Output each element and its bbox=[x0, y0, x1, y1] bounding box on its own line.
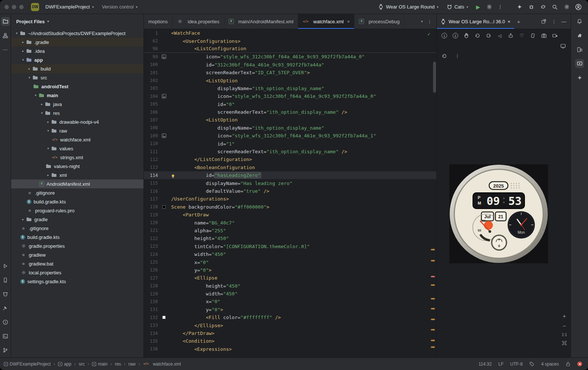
tree-item-build-gradle-kts[interactable]: Gbuild.gradle.kts bbox=[11, 197, 143, 206]
tree-item-androidmanifest-xml[interactable]: MAndroidManifest.xml bbox=[11, 179, 143, 188]
zoom-level[interactable]: 1:1 bbox=[562, 333, 567, 337]
sync-project-icon[interactable] bbox=[538, 2, 548, 12]
code-line-131[interactable]: 131 y="0"> bbox=[144, 306, 436, 314]
tree-item-watchface-xml[interactable]: </>watchface.xml bbox=[11, 135, 143, 144]
tree-item-gradlew-bat[interactable]: ≡gradlew.bat bbox=[11, 259, 143, 268]
version-control-menu[interactable]: Version control ▾ bbox=[98, 3, 141, 11]
editor-tab-main-androidmanifest-xml[interactable]: Mmain/AndroidManifest.xml bbox=[224, 14, 298, 29]
code-line-125[interactable]: 125 x="0" bbox=[144, 258, 436, 266]
indent-setting[interactable]: 4 spaces bbox=[541, 362, 559, 367]
hide-panel-icon[interactable]: — bbox=[561, 19, 566, 24]
minimize-window-button[interactable] bbox=[12, 5, 16, 9]
restart-device-icon[interactable] bbox=[440, 52, 449, 60]
tree-item-gradle-properties[interactable]: gradle.properties bbox=[11, 241, 143, 250]
quickfix-bulb-icon[interactable] bbox=[171, 174, 175, 179]
code-line-123[interactable]: 123 tintColor="[CONFIGURATION.themeColor… bbox=[144, 243, 436, 250]
chevron-right-icon[interactable]: ▸ bbox=[20, 217, 26, 221]
color-preview-black[interactable] bbox=[162, 205, 166, 209]
device-menu-icon[interactable]: ⋮ bbox=[453, 52, 462, 60]
stripe-change-mark[interactable] bbox=[431, 284, 435, 286]
code-line-134[interactable]: 134 </PartDraw> bbox=[144, 329, 436, 337]
button-1-icon[interactable]: 1 bbox=[440, 31, 449, 40]
project-menu[interactable]: DWFExampleProject ▾ bbox=[42, 3, 97, 11]
code-line-124[interactable]: 124 width="450" bbox=[144, 250, 436, 258]
device-tab[interactable]: Wear OS Large Ro...l 36.0 × bbox=[437, 14, 514, 29]
tree-item-main[interactable]: ▾main bbox=[11, 91, 143, 100]
readonly-lock-icon[interactable] bbox=[565, 362, 571, 367]
tree-item-gradle[interactable]: ▸.gradle bbox=[11, 38, 143, 47]
stripe-change-mark[interactable] bbox=[431, 260, 435, 261]
close-device-tab-icon[interactable]: × bbox=[508, 19, 511, 24]
add-device-tab-button[interactable]: + bbox=[514, 14, 523, 29]
chevron-right-icon[interactable]: ▸ bbox=[20, 40, 26, 44]
breadcrumb-item-src[interactable]: src bbox=[79, 362, 84, 367]
breadcrumb-item-app[interactable]: app bbox=[58, 362, 71, 367]
stripe-change-mark[interactable] bbox=[431, 329, 435, 330]
breadcrumb-item-watchface-xml[interactable]: </>watchface.xml bbox=[143, 361, 181, 367]
device-explorer-tool-icon[interactable] bbox=[1, 275, 10, 284]
tree-item-xml[interactable]: ▸xml bbox=[11, 171, 143, 179]
code-line-118[interactable]: 118Scene backgroundColor="#ff000000"> bbox=[144, 203, 436, 211]
code-line-129[interactable]: 129 width="450" bbox=[144, 290, 436, 298]
code-line-103[interactable]: 103 displayName="ith_option_display_name… bbox=[144, 85, 436, 92]
tree-item-androidstudioprojects-dwfexampleproject[interactable]: ▾~/AndroidStudioProjects/DWFExampleProje… bbox=[11, 29, 143, 38]
color-preview-white[interactable] bbox=[162, 316, 166, 319]
code-line-128[interactable]: 128 height="450" bbox=[144, 282, 436, 290]
rotate-cw-icon[interactable] bbox=[484, 31, 493, 40]
breadcrumb-item-res[interactable]: res bbox=[115, 362, 121, 367]
screenshot-icon[interactable] bbox=[539, 31, 549, 40]
code-line-1[interactable]: 1<WatchFace bbox=[144, 29, 436, 37]
profiler-icon[interactable] bbox=[526, 2, 536, 12]
run-button[interactable]: ▶ bbox=[473, 2, 483, 12]
heart-rate-icon[interactable]: ♡ bbox=[517, 31, 526, 40]
project-panel-header[interactable]: Project Files ▾ bbox=[11, 14, 143, 29]
screen-record-icon[interactable] bbox=[550, 31, 560, 40]
editor-tab-idea-properties[interactable]: idea.properties bbox=[173, 14, 224, 29]
code-line-122[interactable]: 122 height="450" bbox=[144, 234, 436, 242]
editor-tab-watchface-xml[interactable]: </>watchface.xml× bbox=[298, 14, 354, 29]
tree-item-raw[interactable]: ▾raw bbox=[11, 126, 143, 135]
code-line-117[interactable]: 117/UserConfigurations> bbox=[144, 195, 436, 203]
palm-icon[interactable] bbox=[462, 31, 471, 40]
tree-item-app[interactable]: ▾app bbox=[11, 55, 143, 64]
stripe-change-mark[interactable] bbox=[431, 340, 435, 341]
settings-icon[interactable] bbox=[561, 2, 572, 12]
zoom-in-button[interactable]: + bbox=[563, 313, 566, 319]
device-manager-icon[interactable] bbox=[575, 45, 584, 54]
code-line-108[interactable]: 108 displayName="ith_option_display_name… bbox=[144, 124, 436, 132]
stripe-change-mark[interactable] bbox=[431, 308, 435, 309]
code-line-110[interactable]: 110 id="1" bbox=[144, 140, 436, 147]
code-line-100[interactable]: 100 id="312c30bf_f64a_461e_9c93_992f2fb7… bbox=[144, 61, 436, 69]
error-notification-icon[interactable] bbox=[577, 362, 582, 366]
code-line-99[interactable]: 99 icon="style_wfs_312c30bf_f64a_461e_9c… bbox=[144, 53, 436, 61]
code-line-101[interactable]: 101 screenReaderText="ID_CAT_STEP_OVER"> bbox=[144, 69, 436, 76]
tree-item-build-gradle-kts[interactable]: Gbuild.gradle.kts bbox=[11, 233, 143, 241]
code-line-127[interactable]: 127 <Ellipse bbox=[144, 274, 436, 282]
code-line-96[interactable]: 96 <ListConfiguration bbox=[144, 45, 436, 53]
chevron-right-icon[interactable]: ▸ bbox=[45, 120, 51, 124]
tree-item-values[interactable]: ▾values bbox=[11, 144, 143, 153]
rotate-ccw-icon[interactable] bbox=[473, 31, 482, 40]
tree-item-androidtest[interactable]: androidTest bbox=[11, 82, 143, 91]
gemini-icon[interactable] bbox=[575, 73, 584, 82]
button-2-icon[interactable]: 2 bbox=[451, 31, 460, 40]
tree-item-java[interactable]: ▸java bbox=[11, 100, 143, 109]
project-tool-icon[interactable] bbox=[1, 17, 10, 26]
chevron-right-icon[interactable]: ▸ bbox=[45, 173, 51, 177]
code-line-113[interactable]: 113 <BooleanConfiguration bbox=[144, 164, 436, 171]
code-line-119[interactable]: 119 <PartDraw bbox=[144, 211, 436, 219]
close-tab-icon[interactable]: × bbox=[347, 19, 350, 24]
code-line-130[interactable]: 130 x="0" bbox=[144, 298, 436, 305]
chevron-down-icon[interactable]: ▾ bbox=[14, 31, 20, 35]
chevron-down-icon[interactable]: ▾ bbox=[20, 58, 26, 62]
code-line-107[interactable]: 107 <ListOption bbox=[144, 116, 436, 124]
running-devices-icon[interactable] bbox=[575, 59, 584, 68]
chevron-right-icon[interactable]: ▸ bbox=[39, 102, 45, 106]
run-configuration-selector[interactable]: Cats ▾ bbox=[443, 3, 471, 11]
tree-item-gradle[interactable]: ▸gradle bbox=[11, 215, 143, 224]
zoom-out-button[interactable]: − bbox=[563, 323, 566, 329]
tree-item-gitignore[interactable]: ⊘.gitignore bbox=[11, 188, 143, 197]
breadcrumb-item-dwfexampleproject[interactable]: DWFExampleProject bbox=[4, 362, 51, 367]
stripe-change-mark[interactable] bbox=[431, 346, 435, 348]
structure-tool-icon[interactable] bbox=[1, 31, 10, 40]
